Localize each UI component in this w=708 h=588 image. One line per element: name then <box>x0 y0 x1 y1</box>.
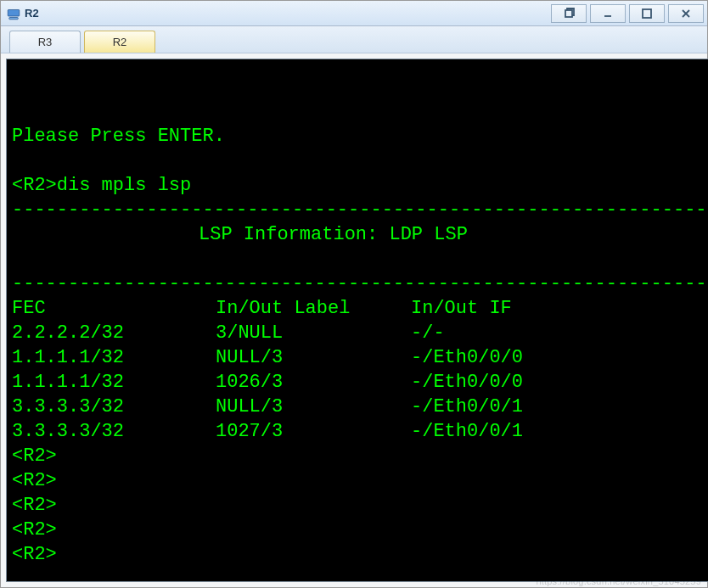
app-window: R2 R3 R2 Please Press ENTER. <R2> <box>0 0 708 588</box>
svg-rect-1 <box>9 17 19 19</box>
cell-fec: 1.1.1.1/32 <box>12 370 216 395</box>
terminal-frame: Please Press ENTER. <R2>dis mpls lsp ---… <box>6 59 708 582</box>
cell-io-label: NULL/3 <box>216 345 411 370</box>
lsp-table-row: 1.1.1.1/321026/3-/Eth0/0/0 <box>12 372 523 393</box>
titlebar: R2 <box>1 1 707 26</box>
window-title: R2 <box>25 7 39 20</box>
svg-rect-0 <box>8 9 20 16</box>
terminal-intro: Please Press ENTER. <box>12 126 225 147</box>
cell-fec: 3.3.3.3/32 <box>12 395 216 419</box>
close-button[interactable] <box>668 4 704 23</box>
terminal-prompt: <R2> <box>12 544 57 565</box>
tab-r3[interactable]: R3 <box>9 31 81 53</box>
cell-io-label: NULL/3 <box>216 395 411 419</box>
tab-bar: R3 R2 <box>1 26 707 53</box>
restore-down-button[interactable] <box>551 4 587 23</box>
lsp-table-row: 1.1.1.1/32NULL/3-/Eth0/0/0 <box>12 347 523 368</box>
terminal-prompt: <R2> <box>12 495 57 516</box>
tab-label: R3 <box>38 36 53 48</box>
cell-io-label: 1027/3 <box>216 419 411 444</box>
tab-r2[interactable]: R2 <box>84 31 155 53</box>
tab-label: R2 <box>113 36 127 48</box>
cell-fec: 2.2.2.2/32 <box>12 321 216 345</box>
lsp-table-row: 2.2.2.2/323/NULL-/- <box>12 322 445 344</box>
minimize-button[interactable] <box>590 4 626 23</box>
lsp-table-header: FECIn/Out LabelIn/Out IF <box>12 298 512 319</box>
cell-io-if: -/Eth0/0/1 <box>411 395 523 419</box>
cell-io-if: -/- <box>411 321 445 345</box>
cell-fec: 1.1.1.1/32 <box>12 345 216 370</box>
terminal-prompt: <R2> <box>12 519 57 540</box>
lsp-table-row: 3.3.3.3/32NULL/3-/Eth0/0/1 <box>12 396 523 417</box>
cell-io-if: -/Eth0/0/1 <box>411 419 523 444</box>
terminal-prompt: <R2> <box>12 470 57 491</box>
cell-io-label: 3/NULL <box>216 321 411 345</box>
client-area: Please Press ENTER. <R2>dis mpls lsp ---… <box>1 53 707 587</box>
svg-rect-4 <box>643 9 651 18</box>
cell-io-label: 1026/3 <box>216 370 411 395</box>
svg-rect-2 <box>565 10 572 17</box>
terminal-command: <R2>dis mpls lsp <box>12 175 191 196</box>
terminal-output[interactable]: Please Press ENTER. <R2>dis mpls lsp ---… <box>7 59 708 581</box>
app-icon <box>6 6 21 21</box>
lsp-section-title: LSP Information: LDP LSP <box>12 222 708 247</box>
window-controls <box>548 4 704 23</box>
maximize-button[interactable] <box>629 4 665 23</box>
terminal-divider: ----------------------------------------… <box>12 273 708 294</box>
col-header-fec: FEC <box>12 296 216 321</box>
terminal-divider: ----------------------------------------… <box>12 199 708 221</box>
cell-io-if: -/Eth0/0/0 <box>411 345 523 370</box>
col-header-io-label: In/Out Label <box>216 296 411 321</box>
lsp-table-row: 3.3.3.3/321027/3-/Eth0/0/1 <box>12 421 523 442</box>
terminal-prompt: <R2> <box>12 445 57 467</box>
cell-io-if: -/Eth0/0/0 <box>411 370 523 395</box>
cell-fec: 3.3.3.3/32 <box>12 419 216 444</box>
col-header-io-if: In/Out IF <box>411 296 512 321</box>
